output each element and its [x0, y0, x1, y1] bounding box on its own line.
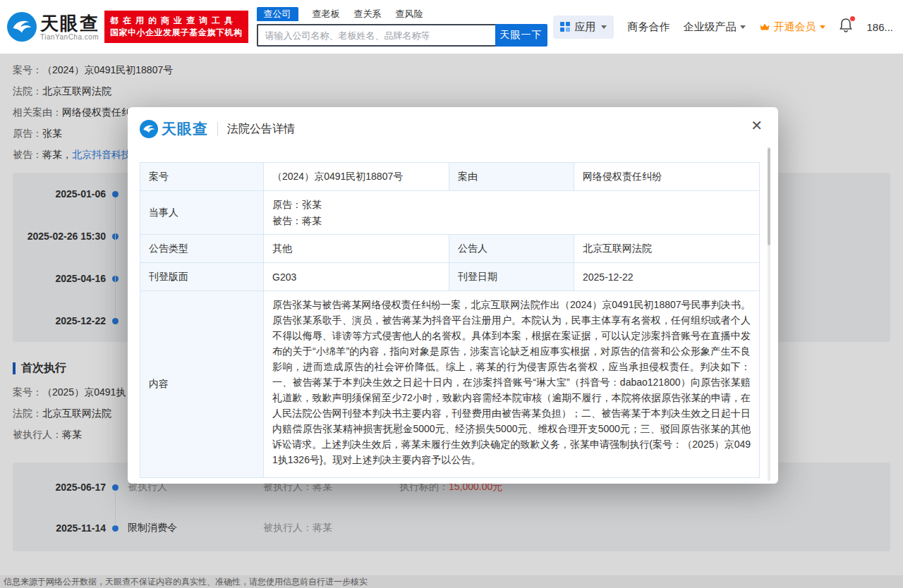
table-row: 当事人 原告：张某 被告：蒋某 — [140, 191, 760, 235]
search-box: 天眼一下 — [257, 24, 547, 47]
field-label-case-no: 案号 — [140, 163, 264, 191]
apps-label: 应用 — [574, 20, 595, 34]
field-value-announcer: 北京互联网法院 — [574, 235, 760, 263]
close-icon[interactable]: ✕ — [751, 118, 763, 133]
crown-icon — [759, 22, 770, 32]
modal-header: 天眼查 法院公告详情 ✕ — [128, 107, 778, 139]
tab-search-relation[interactable]: 查关系 — [354, 8, 382, 20]
field-label-parties: 当事人 — [140, 191, 264, 235]
nav-business-label: 商务合作 — [627, 20, 669, 34]
divider — [217, 122, 218, 136]
field-value-page: G203 — [264, 263, 449, 291]
table-row: 案号 （2024）京0491民初18807号 案由 网络侵权责任纠纷 — [140, 163, 760, 191]
announcement-content-text: 原告张某与被告蒋某网络侵权责任纠纷一案，北京互联网法院作出（2024）京0491… — [272, 297, 751, 472]
search-input[interactable] — [257, 24, 495, 47]
modal-scrollbar[interactable] — [768, 147, 770, 481]
user-phone[interactable]: 186... — [866, 21, 893, 33]
tab-search-company[interactable]: 查公司 — [257, 7, 298, 21]
promo-line1: 都在用的商业查询工具 — [110, 15, 243, 27]
field-value-case-no: （2024）京0491民初18807号 — [264, 163, 449, 191]
promo-line2: 国家中小企业发展子基金旗下机构 — [110, 27, 243, 39]
nav-open-membership[interactable]: 开通会员 — [759, 20, 825, 34]
apps-grid-icon — [560, 22, 570, 32]
top-right-nav: 应用 商务合作 企业级产品 开通会员 186... — [553, 16, 893, 39]
search-area: 查公司 查老板 查关系 查风险 天眼一下 — [257, 7, 547, 47]
table-row: 刊登版面 G203 刊登日期 2025-12-22 — [140, 263, 760, 291]
field-value-type: 其他 — [264, 235, 449, 263]
search-button[interactable]: 天眼一下 — [495, 24, 547, 47]
field-label-page: 刊登版面 — [140, 263, 264, 291]
field-value-publish-date: 2025-12-22 — [574, 263, 760, 291]
field-label-announcer: 公告人 — [449, 235, 574, 263]
chevron-down-icon — [740, 25, 746, 29]
nav-enterprise-label: 企业级产品 — [683, 20, 736, 34]
promo-banner: 都在用的商业查询工具 国家中小企业发展子基金旗下机构 — [104, 11, 248, 43]
plaintiff-line: 原告：张某 — [272, 197, 751, 213]
logo-subtext: TianYanCha.com — [40, 33, 99, 41]
modal-title: 法院公告详情 — [227, 122, 295, 137]
tab-search-boss[interactable]: 查老板 — [313, 8, 340, 20]
modal-logo-text: 天眼查 — [162, 119, 208, 139]
chevron-down-icon — [820, 25, 825, 29]
tab-search-risk[interactable]: 查风险 — [396, 8, 423, 20]
nav-business-cooperation[interactable]: 商务合作 — [627, 20, 669, 34]
search-tabs: 查公司 查老板 查关系 查风险 — [257, 7, 547, 21]
apps-menu-button[interactable]: 应用 — [553, 16, 614, 39]
field-value-parties: 原告：张某 被告：蒋某 — [264, 191, 760, 235]
top-navbar: 天眼查 TianYanCha.com 都在用的商业查询工具 国家中小企业发展子基… — [0, 0, 903, 54]
tianyancha-logo[interactable]: 天眼查 TianYanCha.com — [7, 12, 99, 42]
field-label-cause: 案由 — [449, 163, 574, 191]
nav-enterprise-products[interactable]: 企业级产品 — [683, 20, 746, 34]
court-announcement-modal: 天眼查 法院公告详情 ✕ 案号 （2024）京0491民初18807号 案由 网… — [128, 107, 778, 484]
field-value-content: 原告张某与被告蒋某网络侵权责任纠纷一案，北京互联网法院作出（2024）京0491… — [264, 291, 760, 478]
notifications-bell-button[interactable] — [839, 18, 853, 36]
field-label-publish-date: 刊登日期 — [449, 263, 574, 291]
table-row: 内容 原告张某与被告蒋某网络侵权责任纠纷一案，北京互联网法院作出（2024）京0… — [140, 291, 760, 478]
notification-badge — [850, 16, 855, 21]
field-label-content: 内容 — [140, 291, 264, 478]
nav-vip-label: 开通会员 — [773, 20, 816, 34]
tianyancha-logo-icon — [7, 12, 37, 42]
announcement-detail-table: 案号 （2024）京0491民初18807号 案由 网络侵权责任纠纷 当事人 原… — [140, 162, 760, 478]
table-row: 公告类型 其他 公告人 北京互联网法院 — [140, 235, 760, 263]
field-value-cause: 网络侵权责任纠纷 — [574, 163, 760, 191]
tianyancha-logo-icon — [140, 120, 158, 138]
logo-text: 天眼查 — [40, 13, 99, 33]
chevron-down-icon — [601, 25, 607, 29]
scrollbar-thumb[interactable] — [768, 148, 770, 245]
field-label-type: 公告类型 — [140, 235, 264, 263]
defendant-line: 被告：蒋某 — [272, 213, 751, 229]
